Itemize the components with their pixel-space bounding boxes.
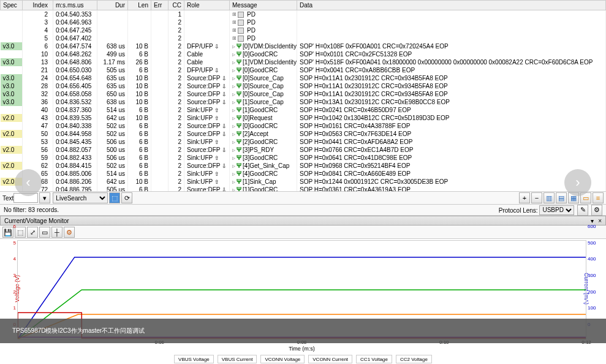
packet-row[interactable]: 20:04.540.3531⊞ PD	[1, 10, 606, 19]
col-header-message[interactable]: Message	[230, 1, 297, 10]
legend-item[interactable]: CC2 Voltage	[396, 355, 432, 363]
chart-save-icon[interactable]: 💾	[2, 227, 13, 238]
arrow-down-icon	[222, 131, 227, 137]
arrow-up-icon	[214, 154, 219, 161]
usb-icon: Ψ	[237, 115, 241, 121]
add-button[interactable]: +	[519, 192, 530, 203]
packet-row[interactable]: 470:04.840.338502 us6 B2Source:DFP ▹ Ψ […	[1, 122, 606, 130]
usb-icon: Ψ	[237, 131, 241, 137]
gallery-prev-button[interactable]: ‹	[15, 169, 42, 196]
filter-apply-icon[interactable]: ⬚	[109, 192, 120, 203]
col-header-dur[interactable]: Dur	[97, 1, 128, 10]
col-header-cc[interactable]: CC	[169, 1, 184, 10]
col-header-data[interactable]: Data	[297, 1, 606, 10]
arrow-down-icon	[214, 67, 219, 74]
expand-icon[interactable]: ⊞	[232, 12, 237, 17]
legend-item[interactable]: VCONN Current	[308, 355, 352, 363]
col-header-index[interactable]: Index	[23, 1, 53, 10]
col-header-role[interactable]: Role	[184, 1, 230, 10]
pd-icon	[238, 28, 244, 34]
packet-row[interactable]: v3.060:04.647.574638 us10 B2DFP/UFP ▹ Ψ …	[1, 42, 606, 50]
packet-row[interactable]: 100:04.648.262499 us6 B2Cable▹ Ψ [0]Good…	[1, 50, 606, 58]
expand-icon[interactable]: ⊞	[232, 28, 237, 33]
usb-icon: Ψ	[237, 107, 241, 113]
pd-icon	[238, 36, 244, 42]
usb-icon: Ψ	[237, 67, 241, 74]
packet-row[interactable]: v2.0620:04.884.415502 us6 B2Source:DFP ▹…	[1, 162, 606, 170]
usb-icon: Ψ	[237, 51, 241, 58]
chart-zoom-box-icon[interactable]: ⬚	[15, 227, 26, 238]
packet-row[interactable]: v3.0320:04.658.058650 us10 B2Source:DFP …	[1, 90, 606, 98]
packet-row[interactable]: 720:04.886.795505 us6 B2Source:DFP ▹ Ψ […	[1, 186, 606, 191]
packet-row[interactable]: v2.0500:04.844.958502 us6 B2Source:DFP ▹…	[1, 130, 606, 138]
usb-icon: Ψ	[237, 162, 241, 169]
legend-item[interactable]: VBUS Current	[218, 355, 257, 363]
usb-icon: Ψ	[237, 186, 241, 191]
packet-row[interactable]: 650:04.885.006514 us6 B2Sink:UFP ▹ Ψ [4]…	[1, 170, 606, 178]
packet-row[interactable]: v3.0280:04.656.405635 us10 B2Source:DFP …	[1, 82, 606, 90]
packet-row[interactable]: v2.0680:04.886.206642 us10 B2Sink:UFP ▹ …	[1, 178, 606, 186]
protocol-lens-label: Protocol Lens:	[499, 207, 538, 213]
usb-icon: Ψ	[237, 138, 241, 145]
livesearch-select[interactable]: LiveSearch	[53, 192, 108, 203]
filter-dropdown-icon[interactable]: ▾	[39, 192, 50, 203]
arrow-down-icon	[222, 186, 227, 191]
packet-row[interactable]: v3.0240:04.654.648635 us10 B2Source:DFP …	[1, 74, 606, 82]
packet-row[interactable]: v2.0560:04.882.057500 us6 B2Source:DFP ▹…	[1, 146, 606, 154]
col-header-msmsus[interactable]: m:s.ms.us	[53, 1, 97, 10]
packet-row[interactable]: 30:04.646.9632⊞ PD	[1, 18, 606, 26]
arrow-down-icon	[222, 162, 227, 169]
tool-list-icon[interactable]: ≡	[593, 192, 604, 203]
arrow-up-icon	[214, 115, 219, 121]
expand-icon[interactable]: ⊞	[232, 20, 237, 25]
packet-row[interactable]: 530:04.845.435506 us6 B2Sink:UFP ▹ Ψ [2]…	[1, 138, 606, 146]
arrow-down-icon	[222, 75, 227, 82]
chart-cursor-icon[interactable]: ┼	[51, 227, 62, 238]
packet-row[interactable]: 210:04.650.030505 us6 B2DFP/UFP ▹ Ψ [0]G…	[1, 66, 606, 74]
usb-icon: Ψ	[237, 99, 241, 105]
packet-row[interactable]: 40:04.647.2452⊞ PD	[1, 26, 606, 34]
monitor-panel-header: Current/Voltage Monitor ▾ ×	[0, 216, 606, 226]
legend-item[interactable]: VBUS Voltage	[174, 355, 214, 363]
usb-icon: Ψ	[237, 75, 241, 82]
lens-tool2-icon[interactable]: ⚙	[591, 205, 602, 216]
col-header-spec[interactable]: Spec	[1, 1, 23, 10]
usb-icon: Ψ	[237, 146, 241, 153]
caption-text: TPS65987D模块I2C3作为master不工作问题调试	[12, 327, 145, 335]
arrow-down-icon	[222, 91, 227, 97]
layout1-icon[interactable]: ▥	[544, 192, 555, 203]
chart-zoom-fit-icon[interactable]: ⤢	[27, 227, 38, 238]
arrow-down-icon	[222, 99, 227, 105]
panel-close-icon[interactable]: ×	[598, 218, 602, 224]
legend-item[interactable]: VCONN Voltage	[260, 355, 305, 363]
chart-settings-icon[interactable]: ⚙	[64, 227, 75, 238]
filter-text-label: Text	[2, 195, 13, 202]
packet-row[interactable]: v3.0360:04.836.532638 us10 B2Source:DFP …	[1, 98, 606, 106]
packet-row[interactable]: v3.0130:04.648.8061.17 ms26 B2Cable▹ Ψ […	[1, 58, 606, 66]
packet-grid[interactable]: SpecIndexm:s.ms.usDurLenErrCCRoleMessage…	[0, 0, 606, 191]
x-axis-label: Time (m:s)	[289, 346, 315, 352]
arrow-down-icon	[222, 146, 227, 153]
usb-icon: Ψ	[237, 154, 241, 161]
protocol-lens-select[interactable]: USBPD	[539, 205, 574, 215]
caption-overlay: TPS65987D模块I2C3作为master不工作问题调试	[0, 319, 606, 343]
chart-zoom-region-icon[interactable]: ▭	[39, 227, 50, 238]
packet-row[interactable]: 400:04.837.360514 us6 B2Sink:UFP ▹ Ψ [1]…	[1, 106, 606, 114]
pd-icon	[238, 20, 244, 26]
filter-clear-icon[interactable]: ⟳	[121, 192, 132, 203]
remove-button[interactable]: −	[531, 192, 542, 203]
gallery-next-button[interactable]: ›	[564, 169, 591, 196]
filter-status: No filter: 83 records.	[4, 207, 59, 213]
usb-icon: Ψ	[237, 59, 241, 66]
packet-row[interactable]: v2.0430:04.839.535642 us10 B2Sink:UFP ▹ …	[1, 114, 606, 122]
packet-row[interactable]: 590:04.882.433506 us6 B2Sink:UFP ▹ Ψ [3]…	[1, 154, 606, 162]
legend-item[interactable]: CC1 Voltage	[356, 355, 392, 363]
layout2-icon[interactable]: ▤	[556, 192, 567, 203]
packet-row[interactable]: 50:04.647.4022⊞ PD	[1, 34, 606, 42]
lens-tool1-icon[interactable]: ✎	[577, 205, 588, 216]
col-header-err[interactable]: Err	[151, 1, 169, 10]
usb-icon: Ψ	[237, 91, 241, 97]
expand-icon[interactable]: ⊞	[232, 36, 237, 41]
usb-icon: Ψ	[237, 178, 241, 185]
col-header-len[interactable]: Len	[128, 1, 151, 10]
